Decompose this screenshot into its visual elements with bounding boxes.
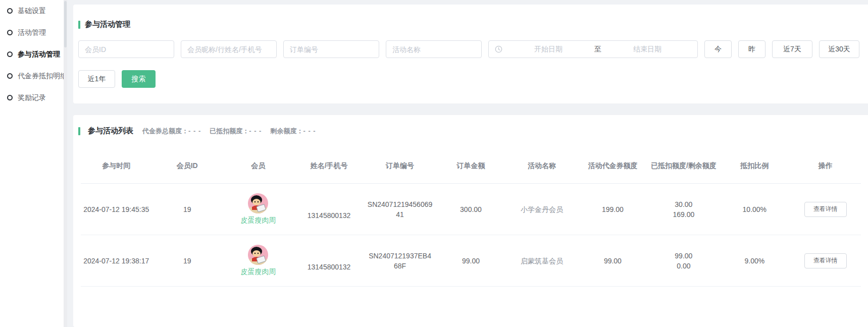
participation-table: 参与时间 会员ID 会员 姓名/手机号 订单编号 订单金额 活动名称 活动代金券…	[81, 149, 861, 287]
today-button[interactable]: 今	[704, 40, 732, 58]
th-participation-time: 参与时间	[81, 160, 151, 172]
last-30-days-button[interactable]: 近30天	[819, 40, 859, 58]
circle-icon	[7, 95, 13, 100]
filter-card: 参与活动管理 开始日期 至 结束日期 今 昨 近7天 近30天 近1年 搜索	[73, 5, 868, 103]
summary-stats: 代金券总额度：- - - 已抵扣额度：- - - 剩余额度：- - -	[142, 127, 316, 136]
list-title: 参与活动列表	[88, 126, 133, 136]
last-7-days-button[interactable]: 近7天	[772, 40, 812, 58]
start-date-input[interactable]: 开始日期	[504, 45, 592, 54]
green-bar-icon	[78, 21, 80, 29]
cell-time: 2024-07-12 19:38:17	[81, 256, 151, 266]
view-details-button[interactable]: 查看详情	[804, 253, 847, 268]
sidebar-item-label: 基础设置	[18, 7, 46, 16]
scrollbar-thumb[interactable]	[64, 1, 67, 47]
sidebar-item-reward-records[interactable]: 奖励记录	[0, 87, 64, 108]
cell-order-amount: 300.00	[435, 204, 506, 214]
sidebar-item-label: 代金券抵扣明细	[18, 72, 67, 81]
date-range-separator: 至	[594, 45, 601, 54]
table-header-row: 参与时间 会员ID 会员 姓名/手机号 订单编号 订单金额 活动名称 活动代金券…	[81, 149, 861, 184]
cell-order-no: SN24071219456069 41	[365, 199, 435, 220]
cell-actions: 查看详情	[790, 202, 861, 217]
circle-icon	[7, 73, 13, 79]
sidebar-item-participation-management[interactable]: 参与活动管理	[0, 43, 64, 65]
member-avatar-cartoon-icon[interactable]	[248, 245, 268, 265]
circle-icon	[7, 30, 13, 35]
page-title: 参与活动管理	[85, 20, 130, 29]
sidebar-item-basic-settings[interactable]: 基础设置	[0, 0, 64, 22]
cell-member-id: 19	[151, 204, 222, 214]
th-order-amount: 订单金额	[435, 160, 506, 172]
list-card: 参与活动列表 代金券总额度：- - - 已抵扣额度：- - - 剩余额度：- -…	[73, 115, 868, 327]
th-member: 会员	[223, 160, 293, 172]
stat-remaining-quota: 剩余额度：- - -	[270, 127, 316, 136]
cell-activity-name: 小学金丹会员	[506, 204, 577, 214]
sidebar-item-voucher-deduction-details[interactable]: 代金券抵扣明细	[0, 65, 64, 87]
cell-member-id: 19	[151, 256, 222, 266]
sidebar: 基础设置 活动管理 参与活动管理 代金券抵扣明细 奖励记录	[0, 0, 64, 327]
table-row: 2024-07-12 19:38:17 19	[81, 235, 861, 287]
th-order-no: 订单编号	[365, 160, 435, 172]
sidebar-scrollbar[interactable]	[64, 0, 67, 327]
sidebar-item-label: 奖励记录	[18, 93, 46, 102]
last-1-year-button[interactable]: 近1年	[78, 70, 115, 88]
th-actions: 操作	[790, 160, 861, 172]
member-keyword-input[interactable]	[181, 40, 277, 58]
activity-name-input[interactable]	[386, 40, 482, 58]
cell-order-no: SN2407121937EB4 68F	[365, 251, 435, 271]
member-nickname-link[interactable]: 皮蛋瘦肉周	[240, 215, 276, 225]
cell-deducted-remaining: 30.00 169.00	[648, 199, 719, 220]
th-activity-name: 活动名称	[506, 160, 577, 172]
cell-deducted-remaining: 99.00 0.00	[648, 251, 719, 271]
clock-icon	[495, 45, 502, 53]
th-activity-voucher-quota: 活动代金券额度	[577, 160, 648, 172]
th-deducted-remaining: 已抵扣额度/剩余额度	[648, 160, 719, 172]
cell-member: 皮蛋瘦肉周	[223, 193, 293, 225]
order-no-input[interactable]	[283, 40, 379, 58]
th-name-phone: 姓名/手机号	[293, 160, 364, 172]
cell-time: 2024-07-12 19:45:35	[81, 204, 151, 214]
search-button[interactable]: 搜索	[122, 70, 156, 88]
list-card-header: 参与活动列表 代金券总额度：- - - 已抵扣额度：- - - 剩余额度：- -…	[78, 126, 316, 136]
member-nickname-link[interactable]: 皮蛋瘦肉周	[240, 266, 276, 277]
cell-voucher-quota: 199.00	[577, 204, 648, 214]
circle-icon	[7, 8, 13, 14]
cell-order-amount: 99.00	[435, 256, 506, 266]
date-range-picker[interactable]: 开始日期 至 结束日期	[488, 40, 698, 58]
yesterday-button[interactable]: 昨	[738, 40, 765, 58]
th-deduction-ratio: 抵扣比例	[719, 160, 790, 172]
cell-ratio: 9.00%	[719, 256, 790, 266]
cell-activity-name: 启蒙筑基会员	[506, 256, 577, 266]
sidebar-item-activity-management[interactable]: 活动管理	[0, 22, 64, 43]
th-member-id: 会员ID	[151, 160, 222, 172]
circle-icon	[7, 51, 13, 57]
end-date-input[interactable]: 结束日期	[603, 45, 691, 54]
cell-actions: 查看详情	[790, 253, 861, 268]
member-id-input[interactable]	[78, 40, 174, 58]
green-bar-icon	[78, 127, 80, 135]
sidebar-item-label: 活动管理	[18, 28, 46, 37]
filter-row-2: 近1年 搜索	[78, 70, 156, 88]
cell-member: 皮蛋瘦肉周	[223, 245, 293, 277]
table-row: 2024-07-12 19:45:35 19	[81, 184, 861, 235]
cell-name-phone: 13145800132	[293, 250, 364, 272]
stat-total-voucher-quota: 代金券总额度：- - -	[142, 127, 201, 136]
sidebar-item-label: 参与活动管理	[18, 50, 60, 59]
cell-ratio: 10.00%	[719, 204, 790, 214]
stat-deducted-quota: 已抵扣额度：- - -	[210, 127, 262, 136]
cell-voucher-quota: 99.00	[577, 256, 648, 266]
view-details-button[interactable]: 查看详情	[804, 202, 847, 217]
filter-card-title: 参与活动管理	[78, 20, 130, 29]
member-avatar-cartoon-icon[interactable]	[248, 193, 268, 213]
cell-name-phone: 13145800132	[293, 198, 364, 221]
filter-row-1: 开始日期 至 结束日期 今 昨 近7天 近30天	[78, 40, 859, 58]
